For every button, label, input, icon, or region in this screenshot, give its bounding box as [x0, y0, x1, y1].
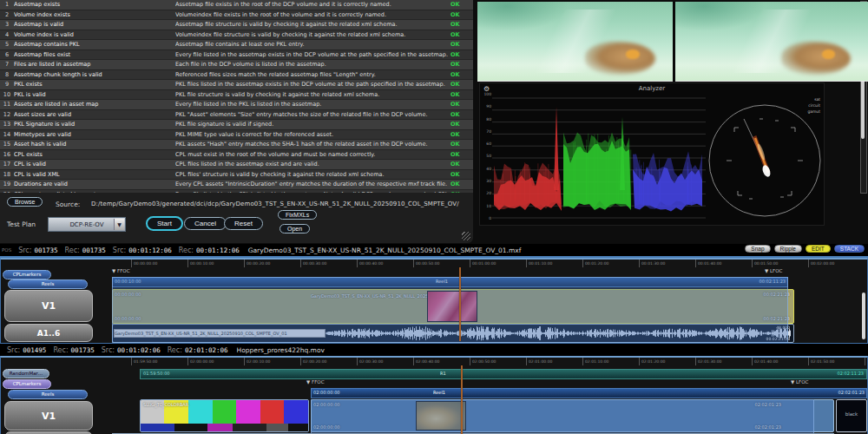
- src-frames-label: Src:: [18, 247, 31, 254]
- random-markers-bar[interactable]: 01:59:50:00 R1 02:02:11:23: [140, 369, 867, 379]
- clip-name: GaryDemo03_TST_S_EN-XX_US-NR_51_2K_NULL_…: [311, 293, 428, 299]
- video-clip[interactable]: 00:00:00:00 00:00:00:00 GaryDemo03_TST_S…: [112, 289, 794, 324]
- row-number: 12: [0, 110, 14, 120]
- ruler-tick-label: 00:01:00:00: [470, 260, 526, 267]
- check-status: OK: [450, 50, 473, 60]
- check-status: OK: [450, 70, 473, 80]
- dropdown-arrow-icon[interactable]: ▼: [114, 219, 124, 230]
- check-description: PKL MIME type value is correct for the r…: [175, 130, 450, 140]
- playhead[interactable]: [459, 267, 461, 341]
- video-track-button[interactable]: V1: [4, 401, 93, 431]
- fixmxls-button[interactable]: FixMXLs: [278, 210, 317, 220]
- validation-row[interactable]: 16CPL existsCPL must exist in the root o…: [0, 150, 473, 161]
- validation-row[interactable]: 3Assetmap is validAssetmap file structur…: [0, 20, 473, 30]
- reel-bar[interactable]: 02:00:00:00 Reel1 02:02:01:23: [311, 388, 867, 398]
- ruler-tick-label: 02:00:00:00: [187, 358, 244, 365]
- ffoc-marker[interactable]: ▼ FFOC: [306, 379, 324, 385]
- ripple-button[interactable]: Ripple: [774, 245, 802, 253]
- rec-tc-label: Rec:: [168, 346, 182, 354]
- clip-out-tc: 02:02:01:23: [754, 424, 781, 430]
- vectorscope-legend-item: sat: [807, 97, 820, 103]
- validation-row[interactable]: 19Durations are validEvery CPL assets "I…: [0, 180, 473, 190]
- audio-track-button[interactable]: A1..6: [4, 324, 93, 342]
- check-name: Assetmap chunk length is valid: [14, 70, 175, 80]
- check-status: OK: [450, 10, 473, 20]
- reels-track-button[interactable]: Reels: [8, 279, 88, 289]
- lfoc-marker[interactable]: ▼ LFOC: [765, 268, 782, 273]
- validation-row[interactable]: 7Files are listed in assetmapEach file i…: [0, 60, 473, 70]
- ruler-tick-label: 00:01:40:00: [695, 260, 752, 267]
- validation-row[interactable]: 10PKL is validPKL file structure is vali…: [0, 90, 473, 101]
- timeline-scrollbar[interactable]: [862, 293, 865, 339]
- timeline-ruler[interactable]: 01:59:50:0002:00:00:0002:00:10:0002:00:2…: [131, 358, 867, 365]
- validation-row[interactable]: 4Volume index is validVolumeindex file s…: [0, 30, 473, 41]
- parade-scale-value: 50: [481, 154, 491, 158]
- check-description: CPL must exist in the root of the volume…: [175, 150, 450, 160]
- validation-row[interactable]: 8Assetmap chunk length is validReference…: [0, 70, 473, 81]
- ruler-tick-label: 02:00:20:00: [300, 358, 357, 365]
- open-button[interactable]: Open: [279, 224, 310, 233]
- ruler-tick-label: 02:01:50:00: [808, 358, 865, 365]
- video-preview-right: [675, 2, 868, 82]
- check-name: Asset sizes are valid: [14, 110, 175, 120]
- reels-track-button[interactable]: Reels: [8, 390, 88, 399]
- gear-icon[interactable]: ⚙: [483, 85, 490, 93]
- stack-mode-button[interactable]: STACK: [834, 245, 865, 253]
- clip-out-tc: 02:02:01:23: [754, 402, 781, 407]
- row-number: 7: [0, 60, 14, 69]
- validation-row[interactable]: 15Asset hash is validPKL assets "Hash" e…: [0, 140, 473, 150]
- test-plan-label: Test Plan: [7, 220, 36, 228]
- clip-out-tc: 00:02:21:23: [763, 292, 790, 297]
- edit-mode-button[interactable]: EDIT: [806, 245, 831, 253]
- fish-highlight: [822, 49, 836, 59]
- reel-name: Reel1: [433, 390, 445, 395]
- video-clip[interactable]: 02:00:00:00 02:00:00:00 02:02:01:23 02:0…: [311, 399, 834, 432]
- smpte-bars-bottom: [141, 424, 308, 431]
- validation-row[interactable]: 17CPL is validCPL files listed in the as…: [0, 160, 473, 170]
- validation-row[interactable]: 13PKL Signature is validPKL file signatu…: [0, 120, 473, 130]
- row-number: 6: [0, 50, 14, 60]
- validation-row[interactable]: 12Asset sizes are validPKL "Asset" eleme…: [0, 110, 473, 121]
- ruler-tick-label: 02:00:50:00: [470, 358, 526, 365]
- timeline-ruler[interactable]: 00:00:00:0000:00:10:0000:00:20:0000:00:3…: [131, 260, 867, 267]
- validation-row[interactable]: 18CPL is valid XMLCPL files' structure i…: [0, 170, 473, 181]
- video-track-button[interactable]: V1: [4, 290, 93, 322]
- row-number: 2: [0, 10, 14, 20]
- validation-row[interactable]: 9PKL existsPKL files listed in the asset…: [0, 80, 473, 90]
- check-status: OK: [450, 120, 473, 129]
- cpl-markers-track-button[interactable]: CPLmarkers: [3, 379, 51, 389]
- validation-row[interactable]: 2Volume index existsVolumeindex file exi…: [0, 10, 473, 21]
- fish-image: [585, 42, 655, 75]
- validation-row[interactable]: 5Assetmap contains PKLAssetmap file cont…: [0, 40, 473, 50]
- random-markers-track-button[interactable]: RandomMar…: [3, 369, 49, 378]
- validation-row[interactable]: 6Assetmap files existEvery file listed i…: [0, 50, 473, 61]
- check-description: CPL files' structure is valid by checkin…: [175, 170, 450, 180]
- marker-bar-start-tc: 01:59:50:00: [143, 371, 170, 376]
- colorbar-clip[interactable]: SLUG_TC_COLORBAR: [140, 399, 309, 432]
- validation-row[interactable]: 1Assetmap existsAssetmap file exists in …: [0, 0, 473, 10]
- resize-grip[interactable]: [462, 232, 470, 240]
- reel-bar[interactable]: 00:00:10:00 Reel1 00:02:11:23: [112, 277, 788, 287]
- lfoc-marker[interactable]: ▼ LFOC: [791, 379, 808, 385]
- reset-button[interactable]: Reset: [224, 217, 263, 230]
- check-status: OK: [450, 110, 473, 120]
- validation-row[interactable]: 14Mimetypes are validPKL MIME type value…: [0, 130, 473, 141]
- check-name: Volume index is valid: [14, 30, 175, 40]
- browse-button[interactable]: Browse: [7, 197, 43, 207]
- start-button[interactable]: Start: [146, 216, 183, 231]
- check-description: PKL files listed in the assetmap exists …: [175, 80, 450, 89]
- ffoc-marker[interactable]: ▼ FFOC: [112, 268, 129, 273]
- parade-scale-value: 20: [481, 191, 491, 195]
- validation-row[interactable]: 11Assets are listed in asset mapEvery fi…: [0, 100, 473, 110]
- audio-clip[interactable]: GaryDemo03_TST_S_EN-XX_US-NR_51_2K_NULL_…: [112, 324, 794, 343]
- parade-scale-value: 80: [481, 117, 491, 122]
- check-status: OK: [450, 180, 473, 189]
- black-slug-clip[interactable]: black: [836, 399, 867, 432]
- ruler-tick-label: 00:01:10:00: [526, 260, 582, 267]
- snap-button[interactable]: Snap: [745, 245, 770, 253]
- test-plan-dropdown[interactable]: DCP-RE-OV ▼: [48, 217, 126, 232]
- playhead[interactable]: [461, 365, 463, 434]
- cpl-markers-track-button[interactable]: CPLmarkers: [3, 270, 51, 279]
- row-number: 14: [0, 130, 14, 140]
- cancel-button[interactable]: Cancel: [184, 217, 227, 230]
